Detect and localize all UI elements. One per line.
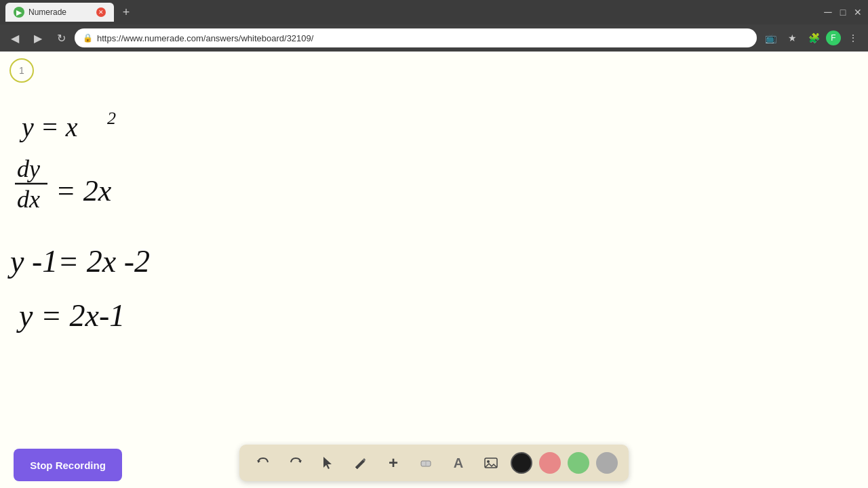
cast-button[interactable]: 📺 bbox=[761, 28, 780, 47]
stop-recording-button[interactable]: Stop Recording bbox=[14, 449, 122, 481]
tab-title: Numerade bbox=[28, 7, 66, 17]
reload-button[interactable]: ↻ bbox=[52, 28, 71, 47]
profile-button[interactable]: F bbox=[826, 30, 841, 45]
forward-button[interactable]: ▶ bbox=[28, 28, 47, 47]
step-indicator: 1 bbox=[9, 58, 34, 83]
browser-chrome: ▶ Numerade ✕ + ─ □ ✕ ◀ ▶ ↻ 🔒 https://www… bbox=[0, 0, 868, 52]
tab-close-btn[interactable]: ✕ bbox=[96, 7, 106, 17]
nav-bar: ◀ ▶ ↻ 🔒 https://www.numerade.com/answers… bbox=[0, 24, 868, 52]
tab-bar: ▶ Numerade ✕ + ─ □ ✕ bbox=[0, 0, 868, 24]
svg-text:y = x: y = x bbox=[19, 112, 78, 142]
maximize-button[interactable]: □ bbox=[838, 7, 848, 17]
color-pink-button[interactable] bbox=[539, 452, 561, 474]
undo-button[interactable] bbox=[250, 450, 276, 476]
select-button[interactable] bbox=[315, 450, 341, 476]
page-content: 1 y = x 2 dy dx = 2x y -1= 2x -2 y = 2x-… bbox=[0, 52, 868, 488]
color-black-button[interactable] bbox=[511, 452, 532, 474]
nav-extra-buttons: 📺 ★ 🧩 F ⋮ bbox=[761, 28, 863, 47]
svg-text:y = 2x-1: y = 2x-1 bbox=[16, 298, 125, 333]
svg-text:dx: dx bbox=[17, 186, 40, 213]
color-gray-button[interactable] bbox=[596, 452, 618, 474]
svg-marker-8 bbox=[323, 457, 332, 469]
url-text: https://www.numerade.com/answers/whitebo… bbox=[97, 33, 313, 43]
toolbar: + A bbox=[239, 445, 629, 481]
back-button[interactable]: ◀ bbox=[5, 28, 24, 47]
eraser-button[interactable] bbox=[413, 450, 439, 476]
window-controls: ─ □ ✕ bbox=[823, 7, 863, 17]
image-button[interactable] bbox=[478, 450, 504, 476]
svg-text:y -1= 2x -2: y -1= 2x -2 bbox=[7, 244, 150, 279]
extensions-button[interactable]: 🧩 bbox=[804, 28, 823, 47]
svg-text:dy: dy bbox=[17, 155, 40, 182]
color-green-button[interactable] bbox=[568, 452, 589, 474]
step-number: 1 bbox=[19, 65, 24, 76]
address-bar[interactable]: 🔒 https://www.numerade.com/answers/white… bbox=[75, 28, 757, 47]
minimize-button[interactable]: ─ bbox=[823, 7, 833, 17]
tab-favicon: ▶ bbox=[14, 7, 24, 18]
whiteboard-math: y = x 2 dy dx = 2x y -1= 2x -2 y = 2x-1 bbox=[7, 89, 414, 401]
active-tab[interactable]: ▶ Numerade ✕ bbox=[5, 3, 114, 22]
new-tab-button[interactable]: + bbox=[117, 3, 136, 22]
bookmark-button[interactable]: ★ bbox=[783, 28, 802, 47]
add-button[interactable]: + bbox=[380, 450, 406, 476]
menu-button[interactable]: ⋮ bbox=[844, 28, 863, 47]
lock-icon: 🔒 bbox=[83, 33, 93, 43]
svg-text:2: 2 bbox=[107, 108, 116, 128]
close-button[interactable]: ✕ bbox=[853, 7, 863, 17]
svg-text:= 2x: = 2x bbox=[56, 174, 112, 207]
text-button[interactable]: A bbox=[446, 450, 471, 476]
redo-button[interactable] bbox=[283, 450, 309, 476]
pencil-button[interactable] bbox=[348, 450, 374, 476]
svg-point-13 bbox=[487, 460, 490, 463]
